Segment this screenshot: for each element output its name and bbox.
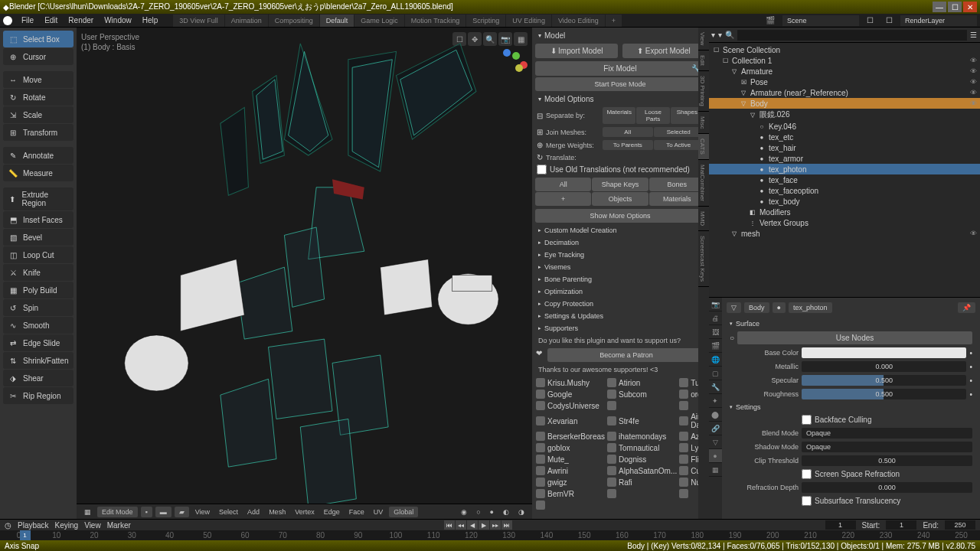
tool-shear[interactable]: ⬗Shear	[3, 370, 74, 386]
become-patron-button[interactable]: Become a Patron	[547, 348, 705, 362]
menu-help[interactable]: Help	[138, 15, 163, 26]
tool-rip-region[interactable]: ✂Rip Region	[3, 387, 74, 404]
tree-scene-collection[interactable]: ☐Scene Collection	[708, 44, 980, 55]
translate-add-button[interactable]: +	[535, 192, 591, 206]
side-tab-3dprint[interactable]: 3D Printing	[698, 71, 709, 112]
prop-tab-data-icon[interactable]: ▽	[708, 435, 722, 449]
select-mode-edge-icon[interactable]: ▬	[155, 507, 172, 517]
prop-tab-scene-icon[interactable]: 🎬	[708, 339, 722, 353]
tree-item[interactable]: ●tex_face	[708, 174, 980, 185]
tree-item[interactable]: ☒Pose👁	[708, 77, 980, 87]
tree-item[interactable]: ●tex_hair	[708, 142, 980, 153]
prop-tab-view-icon[interactable]: 🖼	[708, 325, 722, 339]
workspace-tab[interactable]: Animation	[225, 15, 268, 27]
fix-model-button[interactable]: Fix Model🔧	[535, 61, 705, 76]
tool-shrink/fatten[interactable]: ⇅Shrink/Fatten	[3, 352, 74, 369]
prop-tab-particle-icon[interactable]: ✦	[708, 394, 722, 408]
workspace-tab[interactable]: Game Logic	[354, 15, 404, 27]
visibility-icon[interactable]: 👁	[970, 78, 977, 86]
side-tab-view[interactable]: View	[698, 28, 709, 51]
tree-item[interactable]: ▽Armature (near?_Reference)👁	[708, 87, 980, 98]
prop-tab-physics-icon[interactable]: ⬤	[708, 408, 722, 422]
select-mode-face-icon[interactable]: ▰	[175, 507, 189, 517]
blend-mode-value[interactable]: Opaque	[802, 428, 972, 439]
side-tab-cats[interactable]: CATS	[698, 134, 709, 160]
color-dot-icon[interactable]: •	[969, 349, 972, 357]
prop-material-name[interactable]: tex_photon	[789, 302, 832, 313]
tree-item[interactable]: ◧Modifiers	[708, 207, 980, 217]
prop-tab-world-icon[interactable]: 🌐	[708, 353, 722, 367]
tool-cursor[interactable]: ⊕Cursor	[3, 48, 74, 65]
side-tab-misc[interactable]: Misc	[698, 112, 709, 134]
start-pose-mode-button[interactable]: Start Pose Mode	[535, 77, 705, 91]
visibility-icon[interactable]: 👁	[970, 67, 977, 75]
view-move-icon[interactable]: ✥	[468, 32, 482, 46]
shading-lookdev-icon[interactable]: ◐	[500, 507, 512, 517]
tree-item[interactable]: ●tex_armor	[708, 153, 980, 164]
roughness-value[interactable]: 0.500	[802, 389, 966, 399]
prop-tab-material-icon[interactable]: ●	[708, 449, 722, 463]
model-options-header[interactable]: Model Options	[534, 93, 707, 106]
gizmo-axis-icon[interactable]	[515, 64, 523, 72]
settings-section[interactable]: Settings	[725, 401, 977, 413]
visibility-icon[interactable]: 👁	[970, 57, 977, 64]
tool-measure[interactable]: 📏Measure	[3, 165, 74, 181]
end-frame-input[interactable]	[945, 520, 975, 530]
workspace-tab[interactable]: Video Editing	[552, 15, 605, 27]
cats-section-copy-protection[interactable]: Copy Protection	[534, 298, 707, 310]
merge-active-button[interactable]: To Active	[654, 140, 704, 150]
workspace-tab[interactable]: UV Editing	[506, 15, 551, 27]
tool-bevel[interactable]: ▧Bevel	[3, 229, 74, 246]
side-tab-screencast[interactable]: Screencast Keys	[698, 231, 709, 287]
current-frame-input[interactable]	[825, 520, 856, 530]
editor-type-icon[interactable]: ▦	[81, 507, 94, 517]
prop-tab-render-icon[interactable]: 📷	[708, 298, 722, 311]
3d-viewport[interactable]: User Perspective (1) Body : Basis ☐ ✥ 🔍 …	[77, 28, 532, 519]
timeline-view[interactable]: View	[84, 521, 101, 530]
cats-section-decimation[interactable]: Decimation	[534, 236, 707, 249]
subsurface-checkbox[interactable]	[802, 496, 812, 506]
ssr-checkbox[interactable]	[802, 469, 812, 479]
visibility-icon[interactable]: 👁	[970, 230, 977, 237]
menu-render[interactable]: Render	[64, 15, 98, 26]
prop-tab-constraint-icon[interactable]: 🔗	[708, 422, 722, 435]
view-select-icon[interactable]: ☐	[452, 32, 466, 46]
shadow-mode-value[interactable]: Opaque	[802, 442, 972, 452]
metallic-value[interactable]: 0.000	[802, 361, 966, 372]
surface-section[interactable]: Surface	[725, 318, 977, 330]
play-reverse-icon[interactable]: ◀	[467, 520, 478, 530]
tool-transform[interactable]: ⊞Transform	[3, 124, 74, 141]
orientation-gizmo[interactable]	[497, 49, 528, 80]
viewmenu-select[interactable]: Select	[216, 507, 241, 517]
workspace-tab[interactable]: Compositing	[269, 15, 319, 27]
viewmenu-vertex[interactable]: Vertex	[292, 507, 318, 517]
prev-key-icon[interactable]: ◂◂	[456, 520, 466, 530]
tree-item[interactable]: ⋮Vertex Groups	[708, 217, 980, 228]
tool-poly-build[interactable]: ▦Poly Build	[3, 282, 74, 298]
tool-loop-cut[interactable]: ◫Loop Cut	[3, 246, 74, 263]
tool-scale[interactable]: ⇲Scale	[3, 106, 74, 123]
pin-icon[interactable]: 📌	[958, 302, 975, 313]
visibility-icon[interactable]: 👁	[970, 99, 977, 107]
tool-inset-faces[interactable]: ⬒Inset Faces	[3, 211, 74, 228]
tree-item[interactable]: ●tex_photon	[708, 164, 980, 174]
view-persp-icon[interactable]: ▦	[514, 32, 528, 46]
side-tab-mmd[interactable]: MMD	[698, 207, 709, 231]
cats-section-visemes[interactable]: Visemes	[534, 261, 707, 273]
tree-item[interactable]: ●tex_etc	[708, 132, 980, 142]
tool-smooth[interactable]: ∿Smooth	[3, 317, 74, 334]
side-tab-matcombiner[interactable]: MatCombiner	[698, 160, 709, 207]
workspace-add[interactable]: +	[606, 15, 622, 27]
prop-tab-object-icon[interactable]: ▢	[708, 367, 722, 380]
specular-value[interactable]: 0.500	[802, 375, 966, 386]
backface-checkbox[interactable]	[802, 415, 812, 425]
viewmenu-view[interactable]: View	[192, 507, 213, 517]
menu-file[interactable]: File	[17, 15, 38, 26]
tool-edge-slide[interactable]: ⇄Edge Slide	[3, 334, 74, 351]
cats-section-custom-model-creation[interactable]: Custom Model Creation	[534, 224, 707, 236]
gizmo-y-icon[interactable]	[512, 52, 520, 60]
show-more-options-button[interactable]: Show More Options	[535, 209, 705, 223]
menu-window[interactable]: Window	[100, 15, 136, 26]
tool-rotate[interactable]: ↻Rotate	[3, 89, 74, 106]
overlays-icon[interactable]: ◉	[458, 507, 470, 517]
